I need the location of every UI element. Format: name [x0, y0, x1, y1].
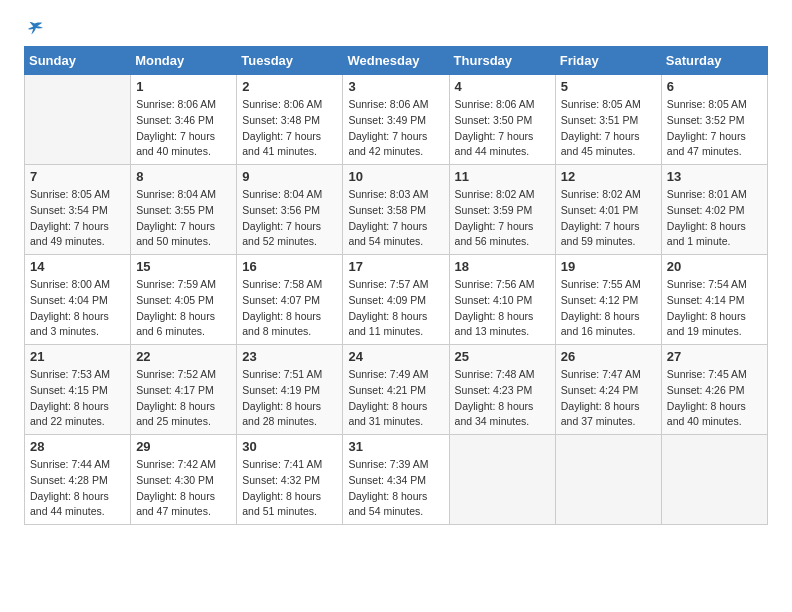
calendar-cell: 29 Sunrise: 7:42 AM Sunset: 4:30 PM Dayl… — [131, 435, 237, 525]
calendar-cell: 1 Sunrise: 8:06 AM Sunset: 3:46 PM Dayli… — [131, 75, 237, 165]
day-number: 9 — [242, 169, 337, 184]
daylight-label: Daylight: 7 hours and 59 minutes. — [561, 220, 640, 248]
day-info: Sunrise: 7:54 AM Sunset: 4:14 PM Dayligh… — [667, 277, 762, 340]
sunrise-label: Sunrise: 8:02 AM — [561, 188, 641, 200]
day-number: 25 — [455, 349, 550, 364]
daylight-label: Daylight: 8 hours and 31 minutes. — [348, 400, 427, 428]
day-info: Sunrise: 8:05 AM Sunset: 3:51 PM Dayligh… — [561, 97, 656, 160]
calendar-cell: 19 Sunrise: 7:55 AM Sunset: 4:12 PM Dayl… — [555, 255, 661, 345]
sunset-label: Sunset: 4:34 PM — [348, 474, 426, 486]
sunrise-label: Sunrise: 7:51 AM — [242, 368, 322, 380]
sunset-label: Sunset: 4:05 PM — [136, 294, 214, 306]
calendar-cell: 26 Sunrise: 7:47 AM Sunset: 4:24 PM Dayl… — [555, 345, 661, 435]
calendar-cell: 21 Sunrise: 7:53 AM Sunset: 4:15 PM Dayl… — [25, 345, 131, 435]
sunrise-label: Sunrise: 7:42 AM — [136, 458, 216, 470]
daylight-label: Daylight: 8 hours and 54 minutes. — [348, 490, 427, 518]
sunrise-label: Sunrise: 8:05 AM — [561, 98, 641, 110]
daylight-label: Daylight: 7 hours and 54 minutes. — [348, 220, 427, 248]
calendar-cell: 11 Sunrise: 8:02 AM Sunset: 3:59 PM Dayl… — [449, 165, 555, 255]
day-number: 20 — [667, 259, 762, 274]
sunrise-label: Sunrise: 7:54 AM — [667, 278, 747, 290]
calendar-week-row: 7 Sunrise: 8:05 AM Sunset: 3:54 PM Dayli… — [25, 165, 768, 255]
day-info: Sunrise: 8:06 AM Sunset: 3:46 PM Dayligh… — [136, 97, 231, 160]
calendar-cell — [661, 435, 767, 525]
day-number: 17 — [348, 259, 443, 274]
weekday-header-saturday: Saturday — [661, 47, 767, 75]
calendar-cell — [25, 75, 131, 165]
daylight-label: Daylight: 8 hours and 13 minutes. — [455, 310, 534, 338]
sunrise-label: Sunrise: 8:04 AM — [242, 188, 322, 200]
day-number: 11 — [455, 169, 550, 184]
weekday-header-friday: Friday — [555, 47, 661, 75]
day-info: Sunrise: 8:02 AM Sunset: 3:59 PM Dayligh… — [455, 187, 550, 250]
calendar-week-row: 1 Sunrise: 8:06 AM Sunset: 3:46 PM Dayli… — [25, 75, 768, 165]
calendar-cell: 6 Sunrise: 8:05 AM Sunset: 3:52 PM Dayli… — [661, 75, 767, 165]
daylight-label: Daylight: 8 hours and 3 minutes. — [30, 310, 109, 338]
daylight-label: Daylight: 8 hours and 44 minutes. — [30, 490, 109, 518]
daylight-label: Daylight: 8 hours and 47 minutes. — [136, 490, 215, 518]
day-number: 2 — [242, 79, 337, 94]
sunrise-label: Sunrise: 7:52 AM — [136, 368, 216, 380]
calendar-cell: 3 Sunrise: 8:06 AM Sunset: 3:49 PM Dayli… — [343, 75, 449, 165]
daylight-label: Daylight: 8 hours and 11 minutes. — [348, 310, 427, 338]
weekday-header-row: SundayMondayTuesdayWednesdayThursdayFrid… — [25, 47, 768, 75]
sunset-label: Sunset: 4:07 PM — [242, 294, 320, 306]
day-number: 3 — [348, 79, 443, 94]
calendar-cell — [555, 435, 661, 525]
sunrise-label: Sunrise: 7:49 AM — [348, 368, 428, 380]
sunrise-label: Sunrise: 7:53 AM — [30, 368, 110, 380]
sunset-label: Sunset: 3:51 PM — [561, 114, 639, 126]
day-number: 13 — [667, 169, 762, 184]
sunset-label: Sunset: 3:55 PM — [136, 204, 214, 216]
day-number: 22 — [136, 349, 231, 364]
sunset-label: Sunset: 4:24 PM — [561, 384, 639, 396]
day-info: Sunrise: 8:05 AM Sunset: 3:52 PM Dayligh… — [667, 97, 762, 160]
logo-bird-icon — [26, 20, 44, 38]
daylight-label: Daylight: 7 hours and 41 minutes. — [242, 130, 321, 158]
day-info: Sunrise: 8:06 AM Sunset: 3:49 PM Dayligh… — [348, 97, 443, 160]
day-number: 24 — [348, 349, 443, 364]
sunrise-label: Sunrise: 8:04 AM — [136, 188, 216, 200]
day-info: Sunrise: 8:06 AM Sunset: 3:48 PM Dayligh… — [242, 97, 337, 160]
weekday-header-thursday: Thursday — [449, 47, 555, 75]
daylight-label: Daylight: 8 hours and 6 minutes. — [136, 310, 215, 338]
calendar-cell: 30 Sunrise: 7:41 AM Sunset: 4:32 PM Dayl… — [237, 435, 343, 525]
day-info: Sunrise: 7:59 AM Sunset: 4:05 PM Dayligh… — [136, 277, 231, 340]
sunrise-label: Sunrise: 8:02 AM — [455, 188, 535, 200]
day-info: Sunrise: 8:03 AM Sunset: 3:58 PM Dayligh… — [348, 187, 443, 250]
day-number: 4 — [455, 79, 550, 94]
calendar-week-row: 28 Sunrise: 7:44 AM Sunset: 4:28 PM Dayl… — [25, 435, 768, 525]
sunrise-label: Sunrise: 7:48 AM — [455, 368, 535, 380]
day-number: 21 — [30, 349, 125, 364]
calendar-cell: 28 Sunrise: 7:44 AM Sunset: 4:28 PM Dayl… — [25, 435, 131, 525]
calendar-table: SundayMondayTuesdayWednesdayThursdayFrid… — [24, 46, 768, 525]
day-info: Sunrise: 8:05 AM Sunset: 3:54 PM Dayligh… — [30, 187, 125, 250]
day-number: 26 — [561, 349, 656, 364]
sunset-label: Sunset: 4:09 PM — [348, 294, 426, 306]
weekday-header-wednesday: Wednesday — [343, 47, 449, 75]
day-info: Sunrise: 8:02 AM Sunset: 4:01 PM Dayligh… — [561, 187, 656, 250]
sunrise-label: Sunrise: 7:45 AM — [667, 368, 747, 380]
calendar-cell: 25 Sunrise: 7:48 AM Sunset: 4:23 PM Dayl… — [449, 345, 555, 435]
sunset-label: Sunset: 3:46 PM — [136, 114, 214, 126]
daylight-label: Daylight: 8 hours and 16 minutes. — [561, 310, 640, 338]
day-number: 19 — [561, 259, 656, 274]
daylight-label: Daylight: 8 hours and 8 minutes. — [242, 310, 321, 338]
day-info: Sunrise: 8:04 AM Sunset: 3:56 PM Dayligh… — [242, 187, 337, 250]
day-number: 10 — [348, 169, 443, 184]
calendar-cell: 4 Sunrise: 8:06 AM Sunset: 3:50 PM Dayli… — [449, 75, 555, 165]
day-info: Sunrise: 7:45 AM Sunset: 4:26 PM Dayligh… — [667, 367, 762, 430]
day-number: 1 — [136, 79, 231, 94]
calendar-cell: 9 Sunrise: 8:04 AM Sunset: 3:56 PM Dayli… — [237, 165, 343, 255]
daylight-label: Daylight: 7 hours and 47 minutes. — [667, 130, 746, 158]
day-number: 15 — [136, 259, 231, 274]
daylight-label: Daylight: 7 hours and 45 minutes. — [561, 130, 640, 158]
calendar-cell: 5 Sunrise: 8:05 AM Sunset: 3:51 PM Dayli… — [555, 75, 661, 165]
day-info: Sunrise: 7:53 AM Sunset: 4:15 PM Dayligh… — [30, 367, 125, 430]
day-info: Sunrise: 7:39 AM Sunset: 4:34 PM Dayligh… — [348, 457, 443, 520]
day-info: Sunrise: 7:57 AM Sunset: 4:09 PM Dayligh… — [348, 277, 443, 340]
daylight-label: Daylight: 8 hours and 40 minutes. — [667, 400, 746, 428]
sunrise-label: Sunrise: 8:06 AM — [455, 98, 535, 110]
daylight-label: Daylight: 8 hours and 22 minutes. — [30, 400, 109, 428]
day-number: 30 — [242, 439, 337, 454]
